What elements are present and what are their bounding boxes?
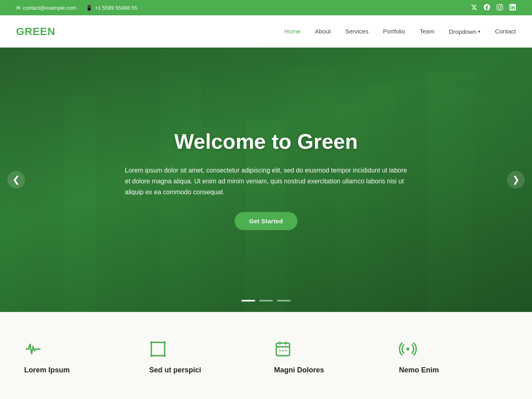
slider-dots [241,300,291,301]
svg-point-31 [282,350,284,351]
svg-point-24 [150,355,153,357]
feature-lorem-ipsum: Lorem Ipsum [24,340,133,374]
nav-item-portfolio[interactable]: Portfolio [383,28,405,35]
nav-link-home[interactable]: Home [284,28,300,35]
nav-item-services[interactable]: Services [345,28,369,35]
instagram-icon[interactable] [497,4,503,12]
prev-arrow-icon: ❮ [12,175,20,185]
slider-dot-3[interactable] [277,300,291,301]
site-logo[interactable]: GREEN [16,25,55,38]
calendar-icon [274,340,292,360]
get-started-button[interactable]: Get Started [235,212,297,230]
slider-prev-button[interactable]: ❮ [7,171,25,189]
pulse-icon [24,340,42,360]
nav-item-team[interactable]: Team [420,28,434,35]
svg-point-33 [406,347,409,350]
svg-point-23 [164,341,166,344]
hero-body: Lorem ipsum dolor sit amet, consectetur … [125,165,407,198]
phone-icon: 📱 [86,5,92,11]
feature-title-2: Sed ut perspici [149,366,201,374]
top-bar-contact: ✉ contact@example.com 📱 +1 5589 55488 55 [16,5,137,11]
top-bar: ✉ contact@example.com 📱 +1 5589 55488 55 [0,0,532,15]
slider-dot-1[interactable] [241,300,255,301]
svg-point-22 [150,341,153,344]
nav-item-about[interactable]: About [315,28,330,35]
features-section: Lorem Ipsum Sed ut perspici [0,312,532,399]
nav-item-home[interactable]: Home [284,28,300,35]
nav-dropdown-label: Dropdown [449,28,476,35]
facebook-icon[interactable] [484,4,490,12]
email-address: contact@example.com [23,5,76,11]
feature-title-3: Magni Dolores [274,366,324,374]
twitter-icon[interactable] [471,4,477,12]
nav-link-team[interactable]: Team [420,28,434,35]
svg-rect-26 [276,343,290,355]
nav-link-services[interactable]: Services [345,28,369,35]
email-info: ✉ contact@example.com [16,5,76,11]
hero-title: Welcome to Green [174,129,358,154]
slider-dot-2[interactable] [259,300,273,301]
nav-link-portfolio[interactable]: Portfolio [383,28,405,35]
nav-item-dropdown[interactable]: Dropdown ▾ [449,28,480,35]
social-links [471,4,516,12]
next-arrow-icon: ❯ [512,175,520,185]
chevron-down-icon: ▾ [478,29,480,34]
hero-content: Welcome to Green Lorem ipsum dolor sit a… [0,48,532,312]
radio-wave-icon [399,340,417,360]
feature-magni-dolores: Magni Dolores [274,340,383,374]
svg-rect-21 [152,343,165,356]
feature-nemo-enim: Nemo Enim [399,340,508,374]
nav-link-about[interactable]: About [315,28,330,35]
box-select-icon [149,340,167,360]
hero-section: Welcome to Green Lorem ipsum dolor sit a… [0,48,532,312]
svg-point-30 [279,350,281,351]
slider-next-button[interactable]: ❯ [507,171,525,189]
phone-info: 📱 +1 5589 55488 55 [86,5,137,11]
nav-link-contact[interactable]: Contact [495,28,516,35]
linkedin-icon[interactable] [509,4,516,12]
feature-title-1: Lorem Ipsum [24,366,70,374]
feature-title-4: Nemo Enim [399,366,439,374]
nav-menu: Home About Services Portfolio Team Dropd… [284,28,516,35]
feature-sed-ut: Sed ut perspici [149,340,258,374]
email-icon: ✉ [16,5,21,11]
nav-item-contact[interactable]: Contact [495,28,516,35]
nav-dropdown-toggle[interactable]: Dropdown ▾ [449,28,480,35]
svg-point-25 [164,355,166,357]
navbar: GREEN Home About Services Portfolio Team… [0,15,532,48]
svg-point-32 [285,350,287,351]
phone-number: +1 5589 55488 55 [95,5,137,11]
